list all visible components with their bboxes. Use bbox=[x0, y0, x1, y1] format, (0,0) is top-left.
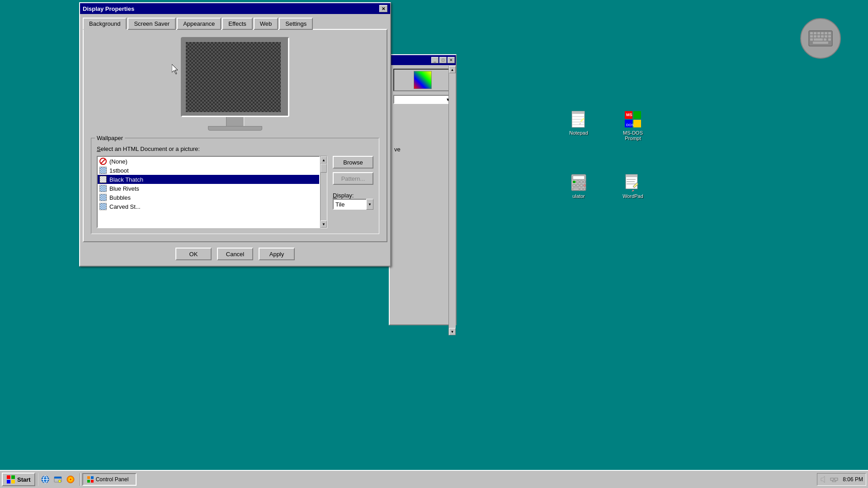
display-select[interactable]: Tile Center Stretch bbox=[333, 199, 373, 210]
tab-content-background: Wallpaper Select an HTML Document or a p… bbox=[83, 29, 387, 242]
scroll-track[interactable] bbox=[321, 164, 327, 221]
scroll-down-button[interactable]: ▼ bbox=[321, 221, 327, 228]
wallpaper-instruction: Select an HTML Document or a picture: bbox=[97, 145, 373, 152]
svg-rect-7 bbox=[810, 35, 813, 38]
svg-rect-10 bbox=[821, 35, 824, 38]
svg-rect-47 bbox=[627, 179, 636, 180]
svg-rect-17 bbox=[813, 42, 828, 44]
tab-screen-saver[interactable]: Screen Saver bbox=[127, 18, 176, 30]
list-item-carved[interactable]: Carved St... bbox=[98, 202, 319, 211]
wallpaper-list[interactable]: (None) 1stboot Black Thatch bbox=[97, 156, 320, 228]
pattern-button[interactable]: Pattern... bbox=[333, 172, 373, 185]
svg-rect-16 bbox=[828, 38, 831, 41]
wallpaper-group: Wallpaper Select an HTML Document or a p… bbox=[91, 138, 379, 234]
wallpaper-list-container: (None) 1stboot Black Thatch bbox=[97, 156, 327, 228]
browse-button[interactable]: Browse bbox=[333, 156, 373, 169]
svg-rect-73 bbox=[830, 478, 834, 480]
cancel-button[interactable]: Cancel bbox=[217, 248, 253, 260]
wordpad-icon[interactable]: WordPad bbox=[615, 172, 651, 201]
svg-point-67 bbox=[70, 479, 71, 480]
taskbar-control-panel[interactable]: Control Panel bbox=[82, 473, 137, 486]
svg-rect-49 bbox=[627, 183, 636, 184]
taskbar-divider-1 bbox=[37, 473, 38, 486]
monitor-screen-outer bbox=[181, 37, 289, 117]
svg-rect-63 bbox=[54, 477, 61, 479]
monitor-preview bbox=[91, 37, 379, 131]
ok-button[interactable]: OK bbox=[175, 248, 212, 260]
svg-rect-5 bbox=[825, 32, 827, 34]
svg-rect-2 bbox=[814, 32, 816, 34]
svg-rect-9 bbox=[817, 35, 820, 38]
svg-rect-35 bbox=[576, 181, 579, 183]
start-button[interactable]: Start bbox=[2, 473, 35, 486]
taskbar: Start bbox=[0, 470, 868, 488]
wordpad-icon-img bbox=[624, 174, 642, 192]
svg-rect-48 bbox=[627, 181, 635, 182]
svg-rect-27 bbox=[633, 111, 641, 119]
display-label: Display: bbox=[333, 192, 373, 199]
svg-rect-1 bbox=[810, 32, 813, 34]
list-item-black-thatch[interactable]: Black Thatch bbox=[98, 175, 319, 184]
taskbar-icon-3[interactable] bbox=[65, 474, 76, 485]
dialog-titlebar: Display Properties ✕ bbox=[80, 3, 390, 14]
system-tray: 8:06 PM bbox=[817, 473, 866, 486]
list-item-1stboot[interactable]: 1stboot bbox=[98, 166, 319, 175]
wallpaper-group-label: Wallpaper bbox=[95, 135, 125, 141]
svg-rect-8 bbox=[814, 35, 816, 38]
start-label: Start bbox=[17, 476, 31, 483]
svg-rect-46 bbox=[626, 174, 637, 177]
apply-button[interactable]: Apply bbox=[259, 248, 295, 260]
monitor-screen bbox=[186, 42, 281, 112]
scroll-thumb[interactable] bbox=[321, 164, 327, 173]
control-panel-icon bbox=[87, 476, 94, 483]
list-item-bubbles[interactable]: Bubbles bbox=[98, 193, 319, 202]
wallpaper-list-scrollbar[interactable]: ▲ ▼ bbox=[320, 156, 327, 228]
notepad-label: Notepad bbox=[569, 130, 588, 136]
wordpad-label: WordPad bbox=[623, 193, 643, 199]
tab-bar: Background Screen Saver Appearance Effec… bbox=[80, 14, 390, 29]
svg-text:MS: MS bbox=[626, 113, 632, 117]
svg-rect-43 bbox=[580, 188, 583, 190]
list-item-blue-rivets[interactable]: Blue Rivets bbox=[98, 184, 319, 193]
wallpaper-icon-blue-rivets bbox=[99, 185, 107, 192]
taskbar-divider-2 bbox=[80, 473, 80, 486]
quick-launch bbox=[40, 474, 76, 485]
tab-effects[interactable]: Effects bbox=[222, 18, 253, 30]
calculator-icon[interactable]: ulator bbox=[561, 172, 597, 201]
display-properties-dialog: Display Properties ✕ Background Screen S… bbox=[79, 2, 391, 267]
display-select-wrapper: Tile Center Stretch ▼ bbox=[333, 199, 373, 210]
wallpaper-icon-black-thatch bbox=[99, 176, 107, 183]
svg-rect-71 bbox=[91, 480, 94, 483]
tab-web[interactable]: Web bbox=[254, 18, 278, 30]
msdos-icon[interactable]: MS DOS MS-DOSPrompt bbox=[615, 108, 651, 143]
tab-appearance[interactable]: Appearance bbox=[177, 18, 221, 30]
calculator-icon-img bbox=[570, 174, 588, 192]
volume-icon[interactable] bbox=[820, 475, 828, 483]
bg-window-maximize[interactable]: □ bbox=[439, 57, 447, 63]
tab-settings[interactable]: Settings bbox=[279, 18, 313, 30]
bg-window-close[interactable]: ✕ bbox=[448, 57, 455, 63]
svg-rect-40 bbox=[580, 184, 583, 187]
monitor-stand bbox=[208, 126, 262, 131]
tab-background[interactable]: Background bbox=[83, 18, 127, 30]
svg-rect-15 bbox=[824, 38, 826, 41]
svg-rect-36 bbox=[580, 181, 583, 183]
svg-rect-29 bbox=[633, 120, 641, 127]
ie-icon[interactable] bbox=[40, 474, 51, 485]
msdos-icon-img: MS DOS bbox=[624, 110, 642, 128]
display-section: Display: Tile Center Stretch ▼ bbox=[333, 192, 373, 210]
list-item-none[interactable]: (None) bbox=[98, 157, 319, 166]
dialog-close-button[interactable]: ✕ bbox=[379, 5, 387, 12]
taskbar-icon-2[interactable] bbox=[52, 474, 63, 485]
notepad-icon[interactable]: Notepad bbox=[561, 108, 597, 137]
monitor bbox=[181, 37, 289, 131]
svg-rect-74 bbox=[835, 478, 838, 480]
bg-window-minimize[interactable]: _ bbox=[431, 57, 439, 63]
wallpaper-icon-carved bbox=[99, 203, 107, 210]
monitor-neck bbox=[226, 117, 244, 126]
network-icon[interactable] bbox=[830, 475, 838, 483]
background-window: _ □ ✕ ▼ ▲ ▼ ve bbox=[389, 54, 457, 325]
wallpaper-buttons: Browse Pattern... Display: Tile Center S… bbox=[333, 156, 373, 228]
scroll-up-button[interactable]: ▲ bbox=[321, 156, 327, 164]
desktop: _ □ ✕ ▼ ▲ ▼ ve bbox=[0, 0, 868, 488]
